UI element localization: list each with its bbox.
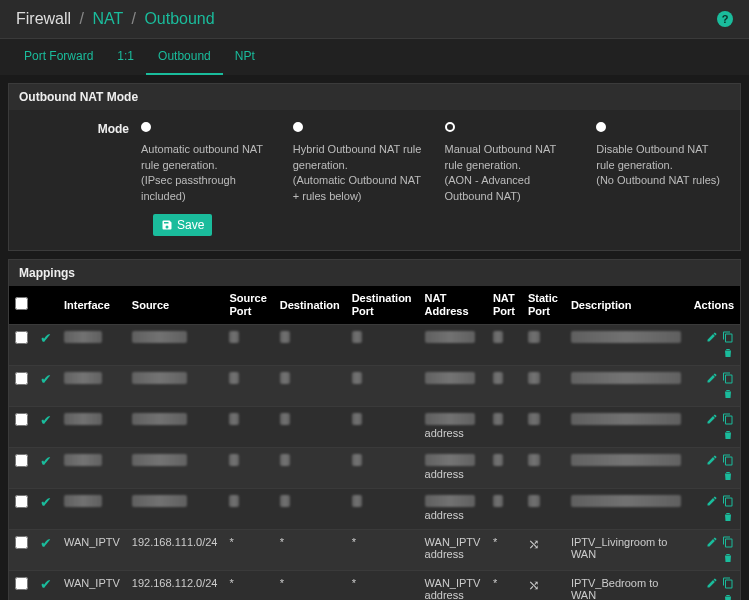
mode-option-text-manual: Manual Outbound NAT rule generation. (AO… (445, 143, 557, 201)
row-checkbox[interactable] (15, 536, 28, 549)
save-mode-button[interactable]: Save (153, 214, 212, 236)
status-icon: ✔ (40, 371, 52, 387)
delete-row-icon[interactable] (722, 470, 734, 482)
panel-mappings: Mappings Interface Source Source Port De… (8, 259, 741, 600)
breadcrumb-seg-outbound: Outbound (144, 10, 214, 27)
th-nat-port: NAT Port (487, 286, 522, 325)
cell-static-port: ⤭ (522, 571, 565, 600)
table-row[interactable]: ✔ (9, 325, 740, 366)
mode-option-text-disable: Disable Outbound NAT rule generation. (N… (596, 143, 720, 186)
status-icon: ✔ (40, 535, 52, 551)
copy-icon[interactable] (722, 331, 734, 343)
breadcrumb-bar: Firewall / NAT / Outbound ? (0, 0, 749, 39)
row-checkbox[interactable] (15, 331, 28, 344)
help-icon[interactable]: ? (717, 11, 733, 27)
copy-icon[interactable] (722, 454, 734, 466)
edit-icon[interactable] (706, 495, 718, 507)
save-mode-label: Save (177, 218, 204, 232)
radio-mode-disable[interactable] (596, 122, 606, 132)
th-source: Source (126, 286, 224, 325)
row-checkbox[interactable] (15, 413, 28, 426)
cell-destination-port: * (346, 571, 419, 600)
delete-row-icon[interactable] (722, 347, 734, 359)
save-icon (161, 219, 173, 231)
status-icon: ✔ (40, 330, 52, 346)
cell-destination: * (274, 530, 346, 571)
table-row[interactable]: ✔WAN_IPTV192.168.111.0/24***WAN_IPTVaddr… (9, 530, 740, 571)
edit-icon[interactable] (706, 536, 718, 548)
panel-header-mode: Outbound NAT Mode (9, 84, 740, 110)
delete-row-icon[interactable] (722, 429, 734, 441)
panel-outbound-nat-mode: Outbound NAT Mode Mode Automatic outboun… (8, 83, 741, 251)
cell-static-port: ⤭ (522, 530, 565, 571)
tabs: Port Forward 1:1 Outbound NPt (0, 39, 749, 75)
th-nat-address: NAT Address (419, 286, 487, 325)
row-checkbox[interactable] (15, 372, 28, 385)
breadcrumb-seg-firewall[interactable]: Firewall (16, 10, 71, 27)
radio-mode-manual[interactable] (445, 122, 455, 132)
cell-source: 192.168.111.0/24 (126, 530, 224, 571)
tab-npt[interactable]: NPt (223, 39, 267, 75)
delete-row-icon[interactable] (722, 552, 734, 564)
th-description: Description (565, 286, 688, 325)
table-row[interactable]: ✔address (9, 407, 740, 448)
status-icon: ✔ (40, 412, 52, 428)
breadcrumb-seg-nat[interactable]: NAT (92, 10, 123, 27)
copy-icon[interactable] (722, 536, 734, 548)
cell-interface: WAN_IPTV (58, 530, 126, 571)
cell-description: IPTV_Livingroom to WAN (565, 530, 688, 571)
copy-icon[interactable] (722, 413, 734, 425)
select-all-checkbox[interactable] (15, 297, 28, 310)
mappings-table: Interface Source Source Port Destination… (9, 286, 740, 600)
tab-outbound[interactable]: Outbound (146, 39, 223, 75)
cell-source-port: * (223, 530, 273, 571)
th-interface: Interface (58, 286, 126, 325)
table-row[interactable]: ✔address (9, 489, 740, 530)
table-row[interactable]: ✔WAN_IPTV192.168.112.0/24***WAN_IPTVaddr… (9, 571, 740, 600)
cell-nat-port: * (487, 571, 522, 600)
cell-source: 192.168.112.0/24 (126, 571, 224, 600)
nat-addr-suffix: address (425, 468, 464, 480)
th-destination: Destination (274, 286, 346, 325)
edit-icon[interactable] (706, 331, 718, 343)
tab-port-forward[interactable]: Port Forward (12, 39, 105, 75)
delete-row-icon[interactable] (722, 593, 734, 600)
cell-nat-port: * (487, 530, 522, 571)
delete-row-icon[interactable] (722, 511, 734, 523)
breadcrumb: Firewall / NAT / Outbound (16, 10, 215, 28)
cell-destination: * (274, 571, 346, 600)
edit-icon[interactable] (706, 372, 718, 384)
status-icon: ✔ (40, 576, 52, 592)
row-checkbox[interactable] (15, 577, 28, 590)
nat-addr-suffix: address (425, 509, 464, 521)
row-checkbox[interactable] (15, 454, 28, 467)
cell-source-port: * (223, 571, 273, 600)
delete-row-icon[interactable] (722, 388, 734, 400)
row-checkbox[interactable] (15, 495, 28, 508)
panel-header-mappings: Mappings (9, 260, 740, 286)
status-icon: ✔ (40, 494, 52, 510)
edit-icon[interactable] (706, 577, 718, 589)
copy-icon[interactable] (722, 577, 734, 589)
copy-icon[interactable] (722, 372, 734, 384)
th-source-port: Source Port (223, 286, 273, 325)
radio-mode-hybrid[interactable] (293, 122, 303, 132)
table-row[interactable]: ✔address (9, 448, 740, 489)
nat-addr-suffix: address (425, 427, 464, 439)
radio-mode-automatic[interactable] (141, 122, 151, 132)
shuffle-icon: ⤭ (528, 577, 540, 593)
shuffle-icon: ⤭ (528, 536, 540, 552)
edit-icon[interactable] (706, 413, 718, 425)
cell-destination-port: * (346, 530, 419, 571)
mode-label: Mode (21, 122, 141, 136)
cell-nat-address: WAN_IPTVaddress (419, 530, 487, 571)
table-row[interactable]: ✔ (9, 366, 740, 407)
mode-option-text-automatic: Automatic outbound NAT rule generation. … (141, 143, 263, 201)
mode-option-text-hybrid: Hybrid Outbound NAT rule generation. (Au… (293, 143, 422, 201)
copy-icon[interactable] (722, 495, 734, 507)
edit-icon[interactable] (706, 454, 718, 466)
cell-interface: WAN_IPTV (58, 571, 126, 600)
status-icon: ✔ (40, 453, 52, 469)
th-destination-port: Destination Port (346, 286, 419, 325)
tab-one-to-one[interactable]: 1:1 (105, 39, 146, 75)
